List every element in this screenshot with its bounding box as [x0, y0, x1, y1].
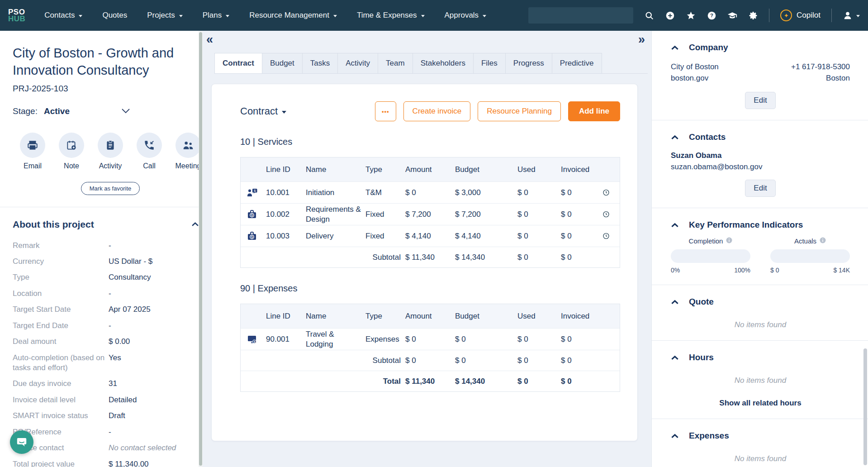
- monitor-dollar-icon: $: [241, 334, 266, 345]
- note-icon: [59, 133, 84, 158]
- col-used: Used: [517, 165, 561, 174]
- tab-team[interactable]: Team: [378, 53, 413, 73]
- time-tracking-clock-icon[interactable]: [602, 231, 612, 241]
- tab-activity[interactable]: Activity: [337, 53, 378, 73]
- menu-approvals[interactable]: Approvals: [445, 11, 487, 20]
- navbar-right: ? ✦ Copilot: [528, 7, 860, 24]
- tab-stakeholders[interactable]: Stakeholders: [413, 53, 474, 73]
- hours-empty-state: No items found: [671, 376, 850, 385]
- field-auto-completion: Auto-completion (based on tasks and effo…: [13, 353, 203, 373]
- contract-view-dropdown[interactable]: Contract: [240, 105, 286, 117]
- chevron-up-icon[interactable]: [671, 223, 679, 228]
- edit-company-button[interactable]: Edit: [745, 92, 775, 109]
- copilot-button[interactable]: ✦ Copilot: [780, 10, 821, 21]
- email-action[interactable]: Email: [15, 133, 50, 170]
- add-circle-icon[interactable]: [665, 10, 675, 20]
- logo-text-hub: HUB: [8, 15, 25, 22]
- mark-favorite-button[interactable]: Mark as favorite: [81, 182, 140, 195]
- stage-label: Stage:: [13, 106, 38, 116]
- academy-graduation-icon[interactable]: [727, 10, 737, 20]
- chat-widget-button[interactable]: [10, 430, 33, 454]
- expenses-section-heading: 90 | Expenses: [240, 283, 620, 294]
- create-invoice-button[interactable]: Create invoice: [403, 101, 471, 121]
- actuals-progress-bar: [770, 249, 850, 263]
- chevron-down-icon[interactable]: [121, 107, 130, 115]
- chevron-up-icon[interactable]: [671, 355, 679, 360]
- field-invoice-contact: Invoice contactNo contact selected: [13, 443, 203, 453]
- menu-resource-management[interactable]: Resource Management: [249, 11, 337, 20]
- company-section: Company City of Boston boston.gov +1 617…: [652, 31, 868, 120]
- col-budget: Budget: [455, 165, 517, 174]
- time-tracking-clock-icon[interactable]: [602, 210, 612, 219]
- chevron-up-icon[interactable]: [671, 434, 679, 438]
- related-records-panel: Company City of Boston boston.gov +1 617…: [651, 31, 868, 467]
- psohub-logo[interactable]: PSO HUB: [8, 9, 25, 22]
- info-icon[interactable]: [820, 237, 826, 245]
- project-tabs: Contract Budget Tasks Activity Team Stak…: [214, 53, 648, 74]
- expense-row-travel[interactable]: $ 90.001 Travel & Lodging Expenses $ 0 $…: [241, 328, 620, 350]
- activity-action[interactable]: Activity: [93, 133, 128, 170]
- chevron-up-icon[interactable]: [671, 300, 679, 305]
- chevron-up-icon[interactable]: [671, 135, 679, 140]
- service-row-requirements[interactable]: $ 10.002 Requirements & Design Fixed $ 7…: [241, 203, 620, 225]
- user-menu[interactable]: [843, 10, 860, 20]
- about-section-title: About this project: [13, 219, 94, 230]
- edit-contact-button[interactable]: Edit: [745, 180, 775, 197]
- info-icon[interactable]: [726, 237, 732, 245]
- help-icon[interactable]: ?: [707, 10, 716, 20]
- field-invoice-detail: Invoice detail levelDetailed: [13, 395, 203, 405]
- tab-predictive[interactable]: Predictive: [552, 53, 602, 73]
- tab-budget[interactable]: Budget: [262, 53, 303, 73]
- note-action[interactable]: Note: [54, 133, 89, 170]
- contact-email[interactable]: suzan.obama@boston.gov: [671, 162, 850, 172]
- chevron-down-icon: [856, 15, 860, 17]
- menu-plans[interactable]: Plans: [203, 11, 230, 20]
- service-row-initiation[interactable]: $ 10.001 Initiation T&M $ 0 $ 3,000 $ 0 …: [241, 181, 620, 203]
- service-row-delivery[interactable]: $ 10.003 Delivery Fixed $ 4,140 $ 4,140 …: [241, 225, 620, 247]
- add-line-button[interactable]: Add line: [568, 101, 620, 121]
- menu-projects[interactable]: Projects: [147, 11, 182, 20]
- chevron-up-icon[interactable]: [671, 45, 679, 50]
- show-related-hours-link[interactable]: Show all related hours: [671, 399, 850, 408]
- company-phone[interactable]: +1 617-918-5300: [791, 62, 850, 73]
- project-summary-panel: City of Boston - Growth and Innovation C…: [0, 31, 203, 467]
- chevron-down-icon: [179, 15, 183, 17]
- menu-time-expenses[interactable]: Time & Expenses: [357, 11, 425, 20]
- field-due-days: Due days invoice31: [13, 379, 203, 389]
- field-target-start: Target Start DateApr 07 2025: [13, 305, 203, 315]
- settings-gear-icon[interactable]: [748, 10, 758, 20]
- chevron-down-icon: [333, 15, 337, 17]
- tab-files[interactable]: Files: [473, 53, 506, 73]
- more-actions-button[interactable]: •••: [375, 101, 396, 121]
- col-invoiced: Invoiced: [561, 165, 602, 174]
- favorites-star-icon[interactable]: [686, 10, 696, 20]
- tab-contract[interactable]: Contract: [214, 53, 262, 73]
- contract-card: Contract ••• Create invoice Resource Pla…: [211, 84, 638, 441]
- stage-selector[interactable]: Stage: Active: [13, 106, 130, 116]
- company-name[interactable]: City of Boston: [671, 62, 719, 73]
- menu-quotes[interactable]: Quotes: [102, 11, 127, 20]
- call-action[interactable]: Call: [132, 133, 166, 170]
- chevron-up-icon[interactable]: [191, 220, 199, 229]
- company-website[interactable]: boston.gov: [671, 73, 719, 84]
- left-panel-scrollbar[interactable]: [199, 31, 203, 467]
- scrollbar-thumb[interactable]: [199, 32, 202, 466]
- tab-tasks[interactable]: Tasks: [302, 53, 338, 73]
- resource-planning-button[interactable]: Resource Planning: [478, 101, 561, 121]
- chevron-down-icon: [226, 15, 229, 17]
- page-scrollbar-thumb[interactable]: [863, 348, 867, 465]
- app-window: PSO HUB Contacts Quotes Projects Plans R…: [0, 0, 868, 467]
- collapse-right-panel-icon[interactable]: »: [638, 33, 645, 46]
- collapse-left-panel-icon[interactable]: «: [206, 33, 213, 46]
- contact-name[interactable]: Suzan Obama: [671, 151, 850, 160]
- stage-value: Active: [44, 106, 70, 116]
- top-navbar: PSO HUB Contacts Quotes Projects Plans R…: [0, 0, 868, 31]
- global-search-input[interactable]: [528, 7, 633, 24]
- time-tracking-clock-icon[interactable]: [602, 188, 612, 197]
- menu-contacts[interactable]: Contacts: [44, 11, 82, 20]
- expenses-subtotal-row: Subtotal $ 0 $ 0 $ 0 $ 0: [241, 350, 620, 371]
- tab-progress[interactable]: Progress: [505, 53, 552, 73]
- field-currency: CurrencyUS Dollar - $: [13, 257, 203, 267]
- field-total-value: Total project value$ 11,340.00: [13, 459, 203, 467]
- search-icon[interactable]: [644, 10, 654, 20]
